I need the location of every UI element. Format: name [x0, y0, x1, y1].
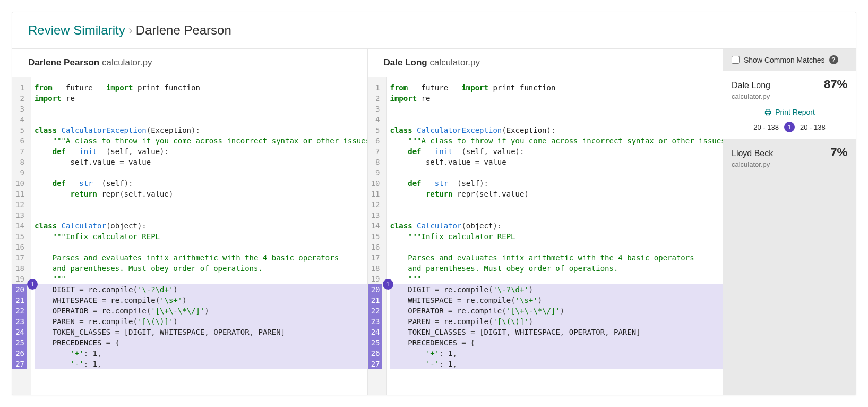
left-file-name: calculator.py: [102, 57, 152, 67]
match-range-right: 20 - 138: [800, 123, 826, 131]
left-column-header: Darlene Pearson calculator.py: [12, 49, 367, 77]
left-code-viewer[interactable]: 1234567891011121314151617181920212223242…: [12, 77, 367, 395]
left-code-column: Darlene Pearson calculator.py 1234567891…: [12, 49, 368, 395]
breadcrumb: Review Similarity › Darlene Pearson: [12, 12, 856, 49]
match-percentage: 87%: [824, 78, 847, 91]
match-name: Dale Long: [732, 81, 770, 90]
match-percentage: 7%: [830, 146, 847, 159]
match-name: Lloyd Beck: [732, 149, 773, 158]
right-column-header: Dale Long calculator.py: [368, 49, 723, 77]
match-card[interactable]: Dale Long87%calculator.pyPrint Report20 …: [723, 71, 856, 139]
breadcrumb-current: Darlene Pearson: [136, 23, 231, 38]
match-card[interactable]: Lloyd Beck7%calculator.py: [723, 139, 856, 175]
right-code-viewer[interactable]: 1234567891011121314151617181920212223242…: [368, 77, 723, 395]
match-file: calculator.py: [732, 92, 847, 100]
right-person-name: Dale Long: [384, 57, 427, 67]
breadcrumb-root[interactable]: Review Similarity: [28, 23, 125, 38]
help-icon[interactable]: ?: [829, 55, 838, 64]
common-matches-label: Show Common Matches: [744, 56, 825, 64]
print-report-link[interactable]: Print Report: [732, 108, 847, 116]
chevron-right-icon: ›: [128, 23, 133, 38]
match-badge[interactable]: 1: [27, 279, 38, 290]
common-matches-toggle-row: Show Common Matches ?: [723, 49, 856, 71]
match-badge[interactable]: 1: [383, 279, 393, 290]
match-range-left: 20 - 138: [753, 123, 779, 131]
match-range-row[interactable]: 20 - 138120 - 138: [732, 122, 847, 132]
common-matches-checkbox[interactable]: [732, 56, 740, 64]
print-icon: [764, 108, 772, 116]
right-code-column: Dale Long calculator.py 1234567891011121…: [368, 49, 724, 395]
matches-sidebar: Show Common Matches ? Dale Long87%calcul…: [723, 49, 856, 395]
match-range-badge: 1: [784, 122, 795, 132]
left-person-name: Darlene Pearson: [28, 57, 99, 67]
right-file-name: calculator.py: [429, 57, 480, 67]
match-file: calculator.py: [732, 160, 847, 168]
